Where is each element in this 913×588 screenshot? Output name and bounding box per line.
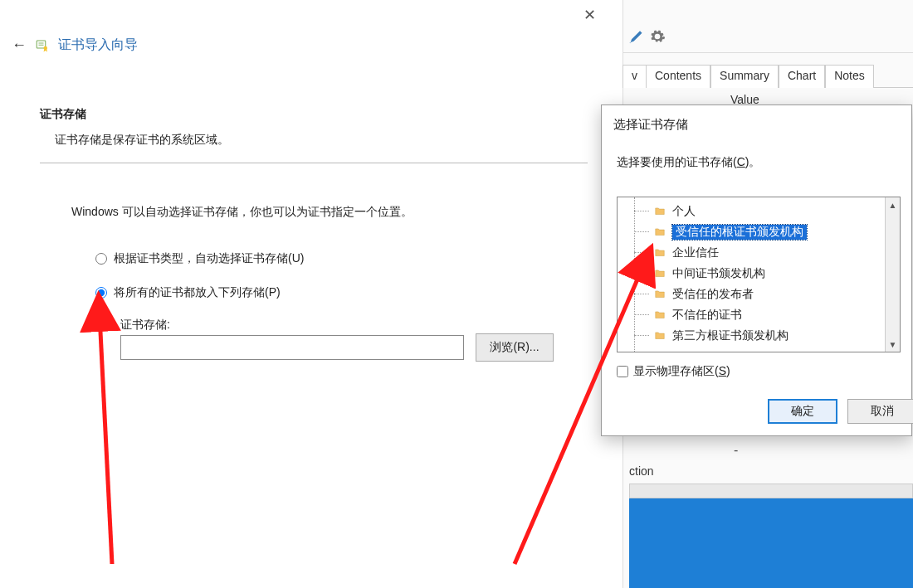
show-physical-stores-input[interactable] — [617, 366, 628, 377]
ok-button[interactable]: 确定 — [768, 399, 837, 424]
tree-item[interactable]: 中间证书颁发机构 — [618, 263, 885, 284]
folder-icon — [652, 268, 667, 279]
select-certificate-store-dialog: 选择证书存储 选择要使用的证书存储(C)。 个人受信任的根证书颁发机构企业信任中… — [601, 104, 912, 436]
tree-item[interactable]: 受信任的根证书颁发机构 — [618, 221, 885, 242]
show-physical-stores-label: 显示物理存储区(S) — [633, 364, 730, 379]
tree-item[interactable]: 不信任的证书 — [618, 304, 885, 325]
tree-scrollbar[interactable]: ▲ ▼ — [885, 197, 900, 352]
tree-item-label: 受信任的发布者 — [672, 287, 754, 302]
background-dash: - — [734, 443, 738, 458]
section-description: 证书存储是保存证书的系统区域。 — [55, 133, 229, 148]
tab-prefix[interactable]: v — [622, 65, 646, 88]
radio-manual-select[interactable]: 将所有的证书都放入下列存储(P) — [95, 285, 281, 300]
tab-contents[interactable]: Contents — [646, 65, 710, 88]
tree-item[interactable]: 企业信任 — [618, 242, 885, 263]
background-toolbar — [622, 20, 913, 53]
tree-item-label: 中间证书颁发机构 — [672, 266, 765, 281]
radio-auto-select-label: 根据证书类型，自动选择证书存储(U) — [114, 251, 304, 266]
tree-item[interactable]: 第三方根证书颁发机构 — [618, 325, 885, 346]
auto-select-description: Windows 可以自动选择证书存储，你也可以为证书指定一个位置。 — [71, 205, 413, 220]
tree-item[interactable]: 个人 — [618, 201, 885, 221]
folder-icon — [652, 330, 667, 342]
folder-icon — [652, 289, 667, 300]
scroll-down-icon[interactable]: ▼ — [886, 337, 900, 352]
radio-auto-select-input[interactable] — [95, 253, 107, 265]
tree-item-label: 第三方根证书颁发机构 — [672, 328, 788, 343]
tree-item-label: 企业信任 — [672, 245, 719, 260]
tab-chart[interactable]: Chart — [779, 65, 825, 88]
folder-icon — [652, 309, 667, 321]
tree-item-label: 个人 — [672, 204, 696, 219]
cancel-button[interactable]: 取消 — [847, 399, 913, 424]
close-button[interactable]: ✕ — [578, 3, 601, 27]
background-desktop-strip — [629, 498, 913, 588]
certificate-store-input[interactable] — [120, 335, 464, 360]
certificate-icon — [35, 38, 50, 53]
wizard-title: 证书导入向导 — [58, 36, 138, 54]
radio-manual-select-input[interactable] — [95, 287, 107, 299]
folder-icon — [652, 206, 667, 217]
radio-manual-select-label: 将所有的证书都放入下列存储(P) — [114, 285, 281, 300]
tab-notes[interactable]: Notes — [825, 65, 874, 88]
certificate-store-tree[interactable]: 个人受信任的根证书颁发机构企业信任中间证书颁发机构受信任的发布者不信任的证书第三… — [617, 197, 901, 352]
certificate-import-wizard: ✕ ← 证书导入向导 证书存储 证书存储是保存证书的系统区域。 Windows … — [0, 0, 614, 588]
tree-item-label: 不信任的证书 — [672, 308, 742, 323]
back-button[interactable]: ← — [12, 36, 27, 54]
dialog-title: 选择证书存储 — [613, 117, 688, 133]
section-heading-store: 证书存储 — [40, 107, 86, 122]
tree-item[interactable]: 受信任的发布者 — [618, 284, 885, 304]
folder-icon — [652, 247, 667, 259]
folder-icon — [652, 226, 667, 238]
divider — [40, 163, 588, 163]
certificate-store-label: 证书存储: — [120, 318, 170, 333]
background-tabs: v Contents Summary Chart Notes — [622, 63, 913, 88]
scroll-up-icon[interactable]: ▲ — [886, 197, 900, 212]
background-text-ction: ction — [629, 464, 654, 478]
gear-icon — [649, 28, 666, 45]
radio-auto-select[interactable]: 根据证书类型，自动选择证书存储(U) — [95, 251, 304, 266]
browse-button[interactable]: 浏览(R)... — [476, 333, 554, 362]
tab-summary[interactable]: Summary — [710, 65, 779, 88]
dialog-instruction: 选择要使用的证书存储(C)。 — [617, 155, 760, 170]
background-divider-bar — [629, 484, 913, 498]
show-physical-stores-checkbox[interactable]: 显示物理存储区(S) — [617, 364, 730, 379]
tree-item-label: 受信任的根证书颁发机构 — [672, 225, 807, 240]
wrench-icon — [627, 28, 644, 45]
